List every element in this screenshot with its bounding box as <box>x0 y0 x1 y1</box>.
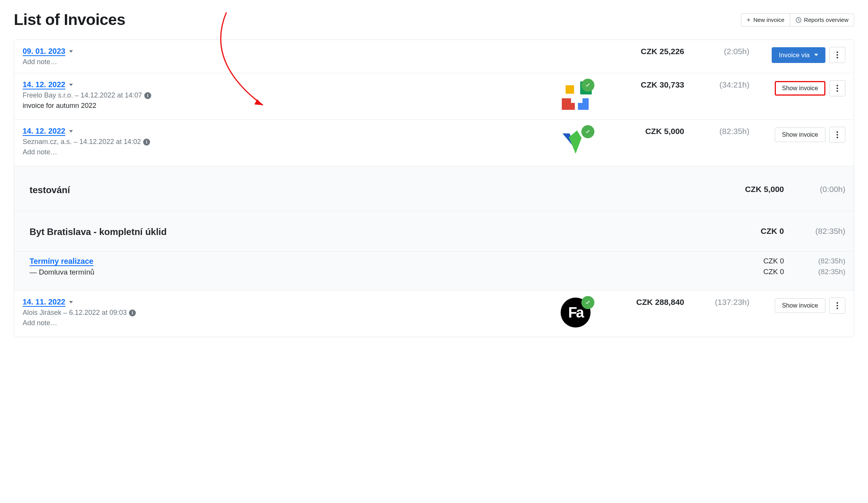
invoice-amount: CZK 25,226 <box>607 47 684 56</box>
invoice-date-link[interactable]: 14. 12. 2022 <box>23 80 73 89</box>
task-link[interactable]: Termíny realizace <box>30 257 93 265</box>
check-badge-icon <box>581 125 594 138</box>
info-icon[interactable]: i <box>129 309 136 316</box>
invoice-row: 14. 12. 2022 Freelo Bay s.r.o. – 14.12.2… <box>14 73 854 120</box>
project-time: (82:35h) <box>795 227 845 236</box>
invoice-list: 09. 01. 2023 Add note… CZK 25,226 (2:05h… <box>14 40 854 337</box>
more-actions-button[interactable] <box>829 47 845 63</box>
invoice-row: 14. 11. 2022 Alois Jirásek – 6.12.2022 a… <box>14 291 854 337</box>
invoice-meta: Freelo Bay s.r.o. – 14.12.2022 at 14:07 … <box>23 91 546 99</box>
invoice-row: 14. 12. 2022 Seznam.cz, a.s. – 14.12.202… <box>14 120 854 166</box>
invoice-amount: CZK 288,840 <box>607 298 684 307</box>
invoice-date-link[interactable]: 09. 01. 2023 <box>23 47 73 56</box>
project-title: Byt Bratislava - kompletní úklid <box>30 227 167 237</box>
invoice-time: (82:35h) <box>692 127 749 136</box>
add-note[interactable]: Add note… <box>23 319 546 327</box>
invoice-amount: CZK 5,000 <box>607 127 684 136</box>
invoice-description: invoice for autumn 2022 <box>23 102 546 110</box>
task-amount: CZK 0 <box>630 257 784 265</box>
task-time: (82:35h) <box>795 257 845 265</box>
caret-down-icon <box>814 54 818 56</box>
more-actions-button[interactable] <box>829 298 845 314</box>
group-header-row: testování CZK 5,000 (0:00h) <box>14 166 854 211</box>
caret-down-icon <box>69 84 73 86</box>
service-logo-freelo <box>561 80 593 113</box>
invoice-row: 09. 01. 2023 Add note… CZK 25,226 (2:05h… <box>14 40 854 73</box>
info-icon[interactable]: i <box>143 139 150 146</box>
add-note[interactable]: Add note… <box>23 148 546 156</box>
caret-down-icon <box>69 301 73 303</box>
group-amount: CZK 5,000 <box>630 185 784 194</box>
page-title: List of Invoices <box>14 11 125 29</box>
task-time: (82:35h) <box>795 268 845 276</box>
show-invoice-button[interactable]: Show invoice <box>775 127 825 142</box>
service-logo-fa: Fa <box>561 298 593 330</box>
invoice-meta: Seznam.cz, a.s. – 14.12.2022 at 14:02 i <box>23 138 546 146</box>
group-time: (0:00h) <box>795 185 845 194</box>
invoice-time: (2:05h) <box>692 47 749 56</box>
info-icon[interactable]: i <box>144 92 151 99</box>
task-amount: CZK 0 <box>630 268 784 276</box>
service-logo-v <box>561 127 593 159</box>
invoice-amount: CZK 30,733 <box>607 80 684 89</box>
caret-down-icon <box>69 130 73 132</box>
new-invoice-button[interactable]: New invoice <box>741 13 790 26</box>
invoice-time: (137:23h) <box>692 298 749 307</box>
caret-down-icon <box>69 50 73 53</box>
more-actions-button[interactable] <box>829 127 845 143</box>
invoice-date-link[interactable]: 14. 11. 2022 <box>23 298 73 306</box>
group-title: testování <box>30 185 70 195</box>
task-row: Termíny realizace — Domluva termínů CZK … <box>14 252 854 291</box>
invoice-meta: Alois Jirásek – 6.12.2022 at 09:03 i <box>23 309 546 317</box>
check-badge-icon <box>581 296 594 309</box>
show-invoice-button[interactable]: Show invoice <box>775 298 825 313</box>
clock-icon <box>795 17 802 23</box>
plus-icon <box>747 17 751 23</box>
invoice-date-link[interactable]: 14. 12. 2022 <box>23 127 73 136</box>
reports-overview-button[interactable]: Reports overview <box>790 13 854 26</box>
more-actions-button[interactable] <box>829 80 845 96</box>
check-badge-icon <box>581 79 594 92</box>
show-invoice-button[interactable]: Show invoice <box>775 81 825 96</box>
task-subline: — Domluva termínů <box>30 268 623 276</box>
add-note[interactable]: Add note… <box>23 58 546 66</box>
invoice-via-button[interactable]: Invoice via <box>772 47 825 63</box>
project-amount: CZK 0 <box>630 227 784 236</box>
project-row: Byt Bratislava - kompletní úklid CZK 0 (… <box>14 211 854 252</box>
invoice-time: (34:21h) <box>692 80 749 89</box>
